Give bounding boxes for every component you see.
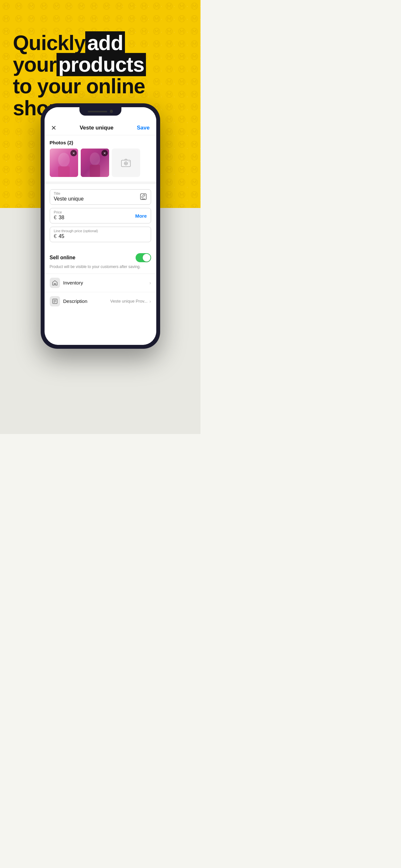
svg-point-190: [179, 141, 185, 148]
edit-title-icon[interactable]: [140, 193, 147, 202]
title-label: Title: [54, 191, 147, 195]
pattern-cell: [163, 12, 176, 25]
svg-point-95: [191, 66, 197, 72]
svg-point-221: [166, 166, 173, 173]
svg-point-2: [28, 3, 35, 9]
svg-point-206: [179, 154, 185, 160]
svg-point-79: [191, 53, 197, 60]
photo-1-remove[interactable]: ✕: [70, 150, 77, 156]
add-photo-icon: [121, 158, 131, 168]
photos-row: ✕: [50, 149, 151, 177]
pattern-cell: [0, 51, 12, 63]
photo-2-remove[interactable]: ✕: [101, 150, 108, 156]
photos-label: Photos (2): [50, 140, 151, 145]
pattern-cell: [100, 0, 113, 12]
pattern-cell: [188, 88, 201, 100]
pattern-cell: [0, 100, 12, 113]
photo-2[interactable]: ✕: [81, 149, 109, 177]
svg-point-224: [3, 179, 9, 185]
save-button[interactable]: Save: [137, 125, 150, 131]
sell-online-description: Product will be visible to your customer…: [50, 264, 151, 270]
hero-line5: to your online: [13, 74, 145, 98]
inventory-icon: [50, 278, 60, 288]
svg-point-15: [191, 3, 197, 9]
pattern-cell: [163, 0, 176, 12]
svg-point-226: [28, 179, 35, 185]
svg-point-289: [58, 153, 70, 167]
svg-point-0: [3, 3, 9, 9]
pattern-cell: [37, 0, 50, 12]
pattern-cell: [50, 0, 63, 12]
svg-point-27: [141, 16, 147, 22]
title-field[interactable]: Title Veste unique: [50, 189, 151, 205]
svg-point-240: [3, 191, 9, 198]
pattern-cell: [150, 0, 163, 12]
pattern-cell: [188, 100, 201, 113]
svg-point-31: [191, 16, 197, 22]
svg-point-189: [166, 141, 173, 148]
svg-point-13: [166, 3, 173, 9]
svg-point-207: [191, 154, 197, 160]
svg-point-8: [103, 3, 110, 9]
pattern-cell: [12, 0, 25, 12]
sell-online-toggle[interactable]: [135, 253, 151, 262]
svg-point-209: [16, 166, 22, 173]
pattern-cell: [188, 151, 201, 163]
svg-point-223: [191, 166, 197, 173]
pattern-cell: [88, 12, 100, 25]
pattern-cell: [188, 75, 201, 88]
pattern-cell: [188, 126, 201, 138]
svg-point-48: [3, 41, 9, 47]
pattern-cell: [113, 12, 125, 25]
svg-point-25: [116, 16, 122, 22]
hero-highlight-products: products: [57, 53, 146, 76]
photo-1[interactable]: ✕: [50, 149, 78, 177]
pattern-cell: [163, 138, 176, 151]
pattern-cell: [100, 12, 113, 25]
pattern-cell: [12, 151, 25, 163]
svg-point-254: [179, 191, 185, 198]
pattern-cell: [163, 126, 176, 138]
pattern-cell: [0, 0, 12, 12]
svg-point-222: [179, 166, 185, 173]
svg-point-160: [3, 128, 9, 135]
toggle-knob: [143, 254, 150, 261]
pattern-cell: [175, 163, 188, 176]
svg-point-144: [3, 116, 9, 122]
pattern-cell: [188, 0, 201, 12]
line-through-price-field[interactable]: Line through price (optional) € 45: [50, 227, 151, 242]
price-field[interactable]: Price € 38 More: [50, 208, 151, 223]
pattern-cell: [88, 0, 100, 12]
add-photo-button[interactable]: [112, 149, 140, 177]
inventory-row[interactable]: Inventory ›: [44, 274, 156, 292]
svg-point-32: [3, 28, 9, 35]
svg-point-176: [3, 141, 9, 148]
pattern-cell: [175, 151, 188, 163]
svg-point-111: [191, 79, 197, 85]
pattern-cell: [138, 0, 150, 12]
svg-point-194: [28, 154, 35, 160]
pattern-cell: [25, 12, 38, 25]
pattern-cell: [12, 188, 25, 201]
line-through-label: Line through price (optional): [54, 229, 147, 233]
svg-point-96: [3, 79, 9, 85]
pattern-cell: [188, 38, 201, 51]
svg-point-177: [16, 141, 22, 148]
pattern-cell: [50, 12, 63, 25]
svg-point-14: [179, 3, 185, 9]
description-value: Veste unique Prov...: [110, 299, 147, 304]
pattern-cell: [150, 12, 163, 25]
pattern-cell: [25, 188, 38, 201]
pattern-cell: [175, 12, 188, 25]
hero-line3: your: [13, 53, 57, 76]
pattern-cell: [163, 188, 176, 201]
pattern-cell: [0, 12, 12, 25]
hero-line1: Quickly: [13, 31, 85, 55]
svg-point-18: [28, 16, 35, 22]
close-button[interactable]: ✕: [51, 124, 57, 132]
description-row[interactable]: Description Veste unique Prov... ›: [44, 292, 156, 310]
price-more-button[interactable]: More: [135, 213, 147, 219]
svg-point-17: [16, 16, 22, 22]
svg-point-128: [3, 104, 9, 110]
inventory-label: Inventory: [63, 280, 150, 285]
